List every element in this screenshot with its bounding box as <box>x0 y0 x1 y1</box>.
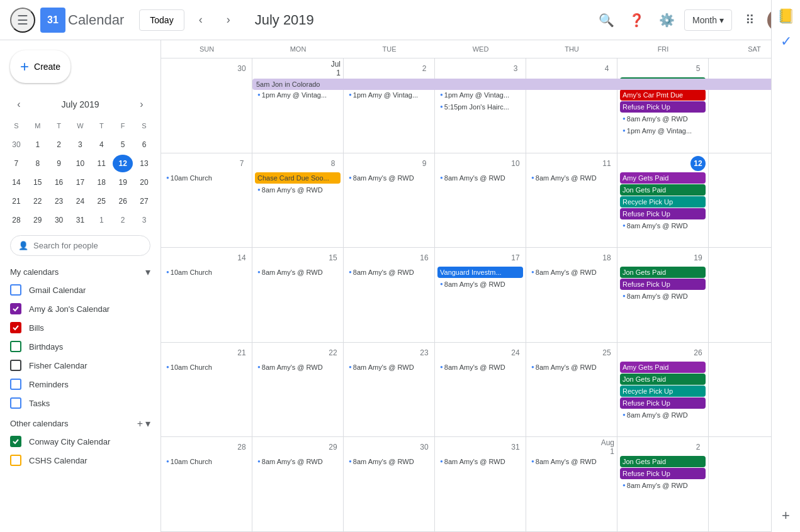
calendar-event[interactable]: 8am Amy's @ RWD <box>346 172 432 184</box>
calendar-event[interactable]: Jon Gets Paid <box>620 184 706 196</box>
calendar-event[interactable]: 1pm Amy @ Vintag... <box>437 89 523 101</box>
calendar-event[interactable]: 10am Church <box>164 267 249 278</box>
mini-cal-day[interactable]: 22 <box>28 192 48 210</box>
mini-cal-day[interactable]: 12 <box>113 155 133 172</box>
calendar-checkbox[interactable] <box>10 303 21 314</box>
mini-cal-day[interactable]: 13 <box>134 155 154 172</box>
mini-cal-day[interactable]: 24 <box>70 192 91 210</box>
calendar-day[interactable]: 19Jon Gets PaidRefuse Pick Up8am Amy's @… <box>617 248 709 342</box>
mini-cal-day[interactable]: 6 <box>134 136 154 153</box>
calendar-event[interactable]: 8am Amy's @ RWD <box>437 172 523 184</box>
mini-cal-day[interactable]: 2 <box>49 136 69 153</box>
mini-cal-day[interactable]: 26 <box>113 192 133 210</box>
add-other-calendar-button[interactable]: + <box>137 418 143 429</box>
calendar-event[interactable]: Jon Gets Paid <box>620 374 706 385</box>
calendar-event[interactable]: Chase Card Due Soo... <box>255 172 341 184</box>
calendar-event[interactable]: 8am Amy's @ RWD <box>346 267 432 278</box>
calendar-event[interactable]: 8am Amy's @ RWD <box>346 456 432 467</box>
calendar-day[interactable]: 168am Amy's @ RWD <box>344 248 435 342</box>
mini-cal-day[interactable]: 4 <box>91 136 111 153</box>
help-button[interactable]: ❓ <box>624 8 649 33</box>
mini-cal-day[interactable]: 14 <box>6 174 26 191</box>
calendar-checkbox[interactable] <box>10 379 21 390</box>
calendar-checkbox[interactable] <box>10 284 21 296</box>
mini-cal-day[interactable]: 10 <box>70 155 91 172</box>
calendar-event[interactable]: 10am Church <box>164 172 249 184</box>
calendar-event[interactable]: 8am Amy's @ RWD <box>255 362 341 373</box>
mini-cal-day[interactable]: 1 <box>28 136 48 153</box>
calendar-day[interactable]: 158am Amy's @ RWD <box>252 248 344 342</box>
calendar-checkbox[interactable] <box>10 341 21 352</box>
my-calendars-toggle[interactable]: ▾ <box>145 266 150 278</box>
calendar-day[interactable]: Jul 18am Amy's @ RWD1pm Amy @ Vintag... <box>252 58 344 153</box>
calendar-day[interactable]: 118am Amy's @ RWD <box>526 153 617 248</box>
calendar-day[interactable]: 26Amy Gets PaidJon Gets PaidRecycle Pick… <box>617 343 709 437</box>
calendar-event[interactable]: 8am Amy's @ RWD <box>620 291 706 302</box>
calendar-day[interactable]: 298am Amy's @ RWD <box>252 437 344 531</box>
apps-button[interactable]: ⠿ <box>737 8 762 33</box>
calendar-day[interactable]: 2110am Church <box>161 343 252 437</box>
calendar-event[interactable]: Recycle Pick Up <box>620 385 706 397</box>
mini-cal-day[interactable]: 17 <box>70 174 91 191</box>
mini-cal-day[interactable]: 30 <box>6 136 26 153</box>
settings-button[interactable]: ⚙️ <box>654 8 679 33</box>
mini-cal-day[interactable]: 25 <box>91 192 111 210</box>
mini-prev-button[interactable]: ‹ <box>10 96 28 113</box>
calendar-event[interactable]: Refuse Pick Up <box>620 279 706 290</box>
other-calendars-toggle[interactable]: ▾ <box>145 418 150 429</box>
calendar-item[interactable]: CSHS Calendar <box>0 451 161 470</box>
calendar-item[interactable]: Gmail Calendar <box>0 280 161 299</box>
mini-cal-day[interactable]: 21 <box>6 192 26 210</box>
calendar-event[interactable]: 8am Amy's @ RWD <box>620 409 706 421</box>
mini-cal-day[interactable]: 29 <box>28 211 48 229</box>
calendar-day[interactable]: 12Amy Gets PaidJon Gets PaidRecycle Pick… <box>617 153 709 248</box>
calendar-item[interactable]: Birthdays <box>0 337 161 356</box>
mini-cal-day[interactable]: 8 <box>28 155 48 172</box>
calendar-event[interactable]: 8am Amy's @ RWD <box>255 184 341 196</box>
calendar-event[interactable]: 1pm Amy @ Vintag... <box>620 125 706 136</box>
calendar-item[interactable]: Amy & Jon's Calendar <box>0 299 161 318</box>
next-month-button[interactable]: › <box>217 9 240 31</box>
calendar-event[interactable]: 5:15pm Jon's Hairc... <box>437 101 523 113</box>
mini-cal-day[interactable]: 2 <box>113 211 133 229</box>
view-mode-dropdown[interactable]: Month ▾ <box>684 9 732 31</box>
calendar-item[interactable]: Bills <box>0 318 161 337</box>
calendar-event[interactable]: 1pm Amy @ Vintag... <box>255 89 341 101</box>
calendar-event[interactable]: 8am Amy's @ RWD <box>620 220 706 231</box>
calendar-event[interactable]: 8am Amy's @ RWD <box>255 267 341 278</box>
calendar-event[interactable]: Refuse Pick Up <box>620 397 706 409</box>
calendar-event[interactable]: 8am Amy's @ RWD <box>529 362 614 373</box>
calendar-event[interactable]: 8am Amy's @ RWD <box>529 456 614 467</box>
calendar-checkbox[interactable] <box>10 322 21 333</box>
calendar-event[interactable]: Vanguard Investm... <box>437 267 523 278</box>
mini-cal-day[interactable]: 16 <box>49 174 69 191</box>
mini-cal-day[interactable]: 11 <box>91 155 111 172</box>
calendar-day[interactable]: 2Jon Gets PaidRefuse Pick Up8am Amy's @ … <box>617 437 709 531</box>
calendar-day[interactable]: 2810am Church <box>161 437 252 531</box>
calendar-checkbox[interactable] <box>10 455 21 466</box>
mini-cal-day[interactable]: 23 <box>49 192 69 210</box>
calendar-event[interactable]: 8am Amy's @ RWD <box>346 362 432 373</box>
mini-cal-day[interactable]: 7 <box>6 155 26 172</box>
calendar-day[interactable]: 28am Amy's @ RWD1pm Amy @ Vintag... <box>344 58 435 153</box>
calendar-item[interactable]: Conway City Calendar <box>0 432 161 451</box>
mini-cal-day[interactable]: 15 <box>28 174 48 191</box>
calendar-item[interactable]: Reminders <box>0 375 161 394</box>
calendar-day[interactable]: 258am Amy's @ RWD <box>526 343 617 437</box>
calendar-event[interactable]: 8am Amy's @ RWD <box>529 267 614 278</box>
calendar-event[interactable]: Amy Gets Paid <box>620 362 706 373</box>
calendar-event[interactable]: 8am Amy's @ RWD <box>437 362 523 373</box>
calendar-day[interactable]: 108am Amy's @ RWD <box>435 153 526 248</box>
mini-cal-day[interactable]: 5 <box>113 136 133 153</box>
calendar-day[interactable]: 188am Amy's @ RWD <box>526 248 617 342</box>
calendar-event[interactable]: 8am Amy's @ RWD <box>437 456 523 467</box>
right-icon-2[interactable]: ✓ <box>775 40 797 53</box>
menu-button[interactable]: ☰ <box>10 8 35 33</box>
calendar-event[interactable]: 8am Amy's @ RWD <box>437 279 523 290</box>
calendar-event[interactable]: 8am Amy's @ RWD <box>529 172 614 184</box>
today-button[interactable]: Today <box>139 9 184 31</box>
mini-cal-day[interactable]: 30 <box>49 211 69 229</box>
calendar-item[interactable]: Fisher Calendar <box>0 356 161 375</box>
calendar-event[interactable]: 1pm Amy @ Vintag... <box>346 89 432 101</box>
calendar-event[interactable]: 10am Church <box>164 362 249 373</box>
